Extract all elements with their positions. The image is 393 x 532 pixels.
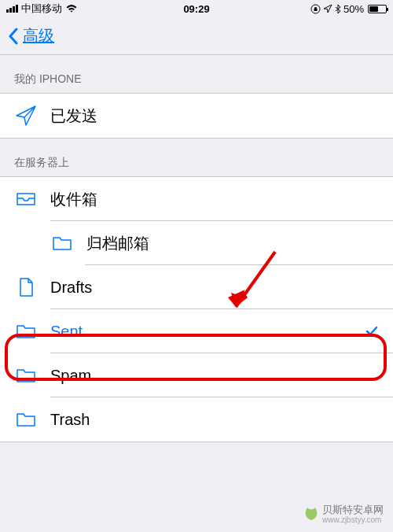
- status-left: 中国移动: [6, 2, 78, 16]
- back-button[interactable]: 高级: [8, 25, 54, 46]
- folder-icon: [14, 408, 38, 431]
- watermark-url: www.zjbstyy.com: [322, 515, 384, 524]
- inbox-icon: [14, 187, 38, 211]
- list-server: 收件箱 归档邮箱 Drafts Sent Spam Trash: [0, 176, 393, 442]
- folder-icon: [14, 320, 38, 343]
- lock-rotation-icon: [310, 4, 321, 14]
- status-right: 50%: [310, 3, 387, 15]
- item-label: 归档邮箱: [86, 233, 379, 254]
- back-label: 高级: [23, 25, 54, 46]
- list-item-sent-local[interactable]: 已发送: [0, 94, 393, 138]
- bluetooth-icon: [335, 4, 341, 14]
- list-item-spam[interactable]: Spam: [0, 353, 393, 397]
- section-header-iphone: 我的 IPHONE: [0, 55, 393, 93]
- wifi-icon: [65, 4, 78, 13]
- battery-percent: 50%: [343, 3, 364, 15]
- folder-icon: [14, 364, 38, 387]
- watermark-logo-icon: [303, 506, 319, 522]
- status-time: 09:29: [183, 3, 209, 15]
- back-chevron-icon: [8, 28, 18, 45]
- item-label: 收件箱: [50, 189, 379, 210]
- item-label: Trash: [50, 411, 379, 429]
- list-iphone: 已发送: [0, 93, 393, 139]
- paper-plane-icon: [14, 104, 38, 127]
- location-icon: [323, 4, 332, 13]
- item-label: Drafts: [50, 279, 379, 297]
- watermark-name: 贝斯特安卓网: [322, 504, 384, 515]
- folder-icon: [50, 231, 74, 255]
- document-icon: [14, 275, 38, 299]
- battery-icon: [368, 5, 387, 13]
- status-bar: 中国移动 09:29 50%: [0, 0, 393, 17]
- list-item-sent[interactable]: Sent: [0, 309, 393, 353]
- watermark: 贝斯特安卓网 www.zjbstyy.com: [303, 504, 384, 524]
- list-item-inbox[interactable]: 收件箱: [0, 177, 393, 221]
- list-item-trash[interactable]: Trash: [0, 397, 393, 441]
- list-item-archive[interactable]: 归档邮箱: [0, 221, 393, 265]
- item-label: Spam: [50, 367, 379, 385]
- list-item-drafts[interactable]: Drafts: [0, 265, 393, 309]
- item-label: Sent: [50, 323, 365, 341]
- nav-bar: 高级: [0, 17, 393, 55]
- item-label: 已发送: [50, 105, 379, 127]
- checkmark-icon: [365, 324, 379, 338]
- carrier-label: 中国移动: [21, 2, 62, 16]
- section-header-server: 在服务器上: [0, 139, 393, 176]
- signal-icon: [6, 5, 18, 13]
